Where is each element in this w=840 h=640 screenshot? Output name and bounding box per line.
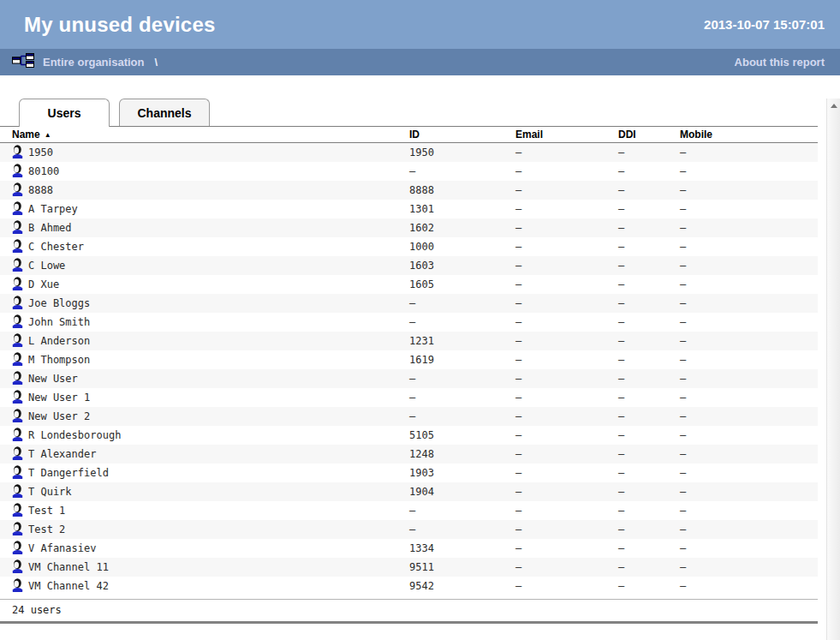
user-icon — [12, 390, 23, 406]
user-row[interactable]: John Smith – – – – — [0, 313, 818, 332]
user-email: – — [515, 278, 618, 290]
user-email: – — [515, 429, 618, 441]
user-mobile: – — [680, 184, 818, 196]
user-row[interactable]: 80100 – – – – — [0, 162, 818, 181]
user-id: 1301 — [409, 203, 515, 215]
user-name: D Xue — [28, 278, 59, 290]
user-row[interactable]: D Xue 1605 – – – — [0, 275, 818, 294]
user-email: – — [515, 165, 618, 177]
column-header-email[interactable]: Email — [515, 129, 618, 141]
user-email: – — [515, 354, 618, 366]
user-row[interactable]: C Chester 1000 – – – — [0, 237, 818, 256]
user-row[interactable]: 1950 1950 – – – — [0, 143, 818, 162]
user-row[interactable]: T Alexander 1248 – – – — [0, 445, 818, 464]
user-id: – — [409, 165, 515, 177]
user-id: 1950 — [409, 147, 515, 159]
user-mobile: – — [680, 410, 818, 422]
user-icon — [12, 296, 23, 312]
user-name: VM Channel 11 — [28, 561, 109, 573]
user-row[interactable]: Test 2 – – – – — [0, 520, 818, 539]
user-email: – — [515, 448, 618, 460]
user-row[interactable]: M Thompson 1619 – – – — [0, 350, 818, 369]
user-id: – — [409, 410, 515, 422]
column-header-mobile[interactable]: Mobile — [680, 129, 818, 141]
user-icon — [12, 484, 23, 500]
user-row[interactable]: Test 1 – – – – — [0, 501, 818, 520]
user-icon — [12, 220, 23, 236]
user-row[interactable]: VM Channel 11 9511 – – – — [0, 558, 818, 577]
user-id: 9511 — [409, 561, 515, 573]
user-mobile: – — [680, 542, 818, 554]
user-row[interactable]: New User 1 – – – – — [0, 388, 818, 407]
breadcrumb-entire-organisation-link[interactable]: Entire organisation — [43, 56, 144, 69]
user-row[interactable]: A Tarpey 1301 – – – — [0, 200, 818, 218]
user-id: 1903 — [409, 467, 515, 479]
about-this-report-link[interactable]: About this report — [735, 56, 825, 69]
user-email: – — [515, 316, 618, 328]
column-header-ddi[interactable]: DDI — [618, 129, 680, 141]
user-ddi: – — [618, 222, 680, 234]
user-email: – — [515, 203, 618, 215]
user-mobile: – — [680, 429, 818, 441]
user-row[interactable]: C Lowe 1603 – – – — [0, 256, 818, 275]
page-title: My unused devices — [24, 13, 215, 37]
user-row[interactable]: V Afanasiev 1334 – – – — [0, 539, 818, 558]
user-email: – — [515, 505, 618, 517]
user-ddi: – — [618, 429, 680, 441]
user-id: 1619 — [409, 354, 515, 366]
user-name: Test 2 — [28, 523, 65, 535]
user-icon — [12, 314, 23, 331]
user-name: 80100 — [28, 165, 59, 177]
user-name: T Alexander — [28, 448, 96, 460]
user-ddi: – — [618, 203, 680, 215]
column-header-id[interactable]: ID — [409, 129, 515, 141]
user-name: Test 1 — [28, 505, 65, 517]
user-name: New User 2 — [28, 410, 90, 422]
user-icon — [12, 277, 23, 293]
user-row[interactable]: New User 2 – – – – — [0, 407, 818, 426]
user-email: – — [515, 561, 618, 573]
tab-channels[interactable]: Channels — [119, 99, 210, 126]
user-id: 1605 — [409, 278, 515, 290]
user-name: T Dangerfield — [28, 467, 109, 479]
user-row[interactable]: R Londesborough 5105 – – – — [0, 426, 818, 445]
user-row[interactable]: L Anderson 1231 – – – — [0, 332, 818, 350]
user-row[interactable]: B Ahmed 1602 – – – — [0, 218, 818, 237]
user-mobile: – — [680, 467, 818, 479]
user-id: – — [409, 505, 515, 517]
user-email: – — [515, 542, 618, 554]
user-id: 1000 — [409, 241, 515, 253]
user-ddi: – — [618, 448, 680, 460]
user-row[interactable]: VM Channel 42 9542 – – – — [0, 577, 818, 595]
column-header-name[interactable]: Name▲ — [12, 129, 409, 141]
user-email: – — [515, 241, 618, 253]
user-icon — [12, 258, 23, 274]
table-header-row: Name▲ ID Email DDI Mobile — [0, 126, 818, 143]
user-row[interactable]: T Dangerfield 1903 – – – — [0, 464, 818, 482]
user-id: 1904 — [409, 486, 515, 498]
user-email: – — [515, 222, 618, 234]
user-icon — [12, 465, 23, 481]
report-body: Users Channels Name▲ ID Email DDI Mobile… — [0, 99, 840, 640]
user-name: VM Channel 42 — [28, 580, 109, 592]
user-row[interactable]: T Quirk 1904 – – – — [0, 482, 818, 501]
user-icon — [12, 428, 23, 444]
tab-users[interactable]: Users — [19, 99, 110, 127]
user-name: New User — [28, 373, 78, 385]
user-name: R Londesborough — [28, 429, 121, 441]
vertical-scrollbar[interactable] — [826, 99, 840, 640]
user-id: – — [409, 392, 515, 404]
table-footer-count: 24 users — [0, 599, 818, 624]
user-row[interactable]: 8888 8888 – – – — [0, 181, 818, 200]
user-icon — [12, 446, 23, 463]
report-timestamp: 2013-10-07 15:07:01 — [704, 17, 825, 32]
user-id: – — [409, 373, 515, 385]
user-row[interactable]: Joe Bloggs – – – – — [0, 294, 818, 313]
breadcrumb-bar: Entire organisation \ About this report — [0, 49, 840, 75]
user-row[interactable]: New User – – – – — [0, 369, 818, 388]
user-mobile: – — [680, 373, 818, 385]
user-name: John Smith — [28, 316, 90, 328]
user-mobile: – — [680, 448, 818, 460]
user-mobile: – — [680, 580, 818, 592]
user-id: – — [409, 523, 515, 535]
